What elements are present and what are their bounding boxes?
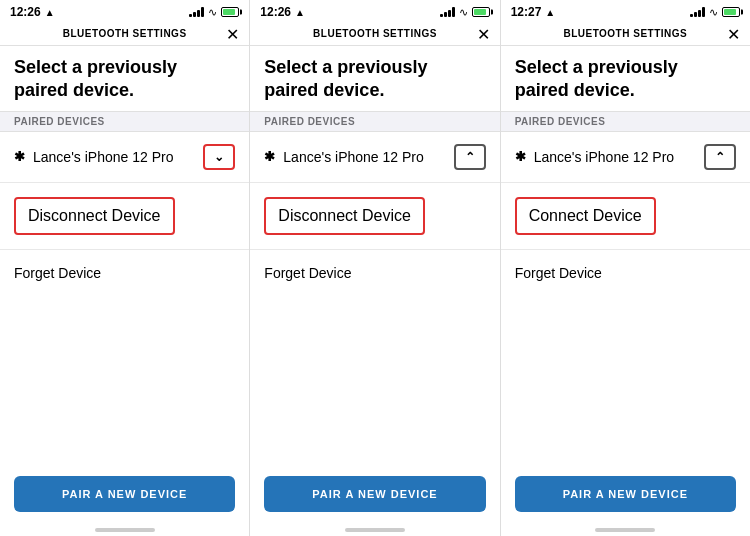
nav-bar: BLUETOOTH SETTINGS ✕ [0,22,249,46]
action-highlight-box: Connect Device [515,197,656,235]
battery-icon [221,7,239,17]
device-info: ✱ Lance's iPhone 12 Pro [264,149,423,165]
action-highlight-box: Disconnect Device [264,197,425,235]
wifi-icon: ∿ [709,6,718,19]
spacer [501,296,750,466]
status-time: 12:27 ▲ [511,5,556,19]
pair-new-device-button[interactable]: PAIR A NEW DEVICE [264,476,485,512]
page-title: Select a previously paired device. [250,46,499,111]
status-bar: 12:26 ▲ ∿ [0,0,249,22]
device-info: ✱ Lance's iPhone 12 Pro [515,149,674,165]
status-icons: ∿ [189,6,239,19]
device-row: ✱ Lance's iPhone 12 Pro ⌃ [501,132,750,183]
device-name: Lance's iPhone 12 Pro [534,149,674,165]
bottom-button-area: PAIR A NEW DEVICE [0,466,249,522]
spacer [0,296,249,466]
forget-device-row[interactable]: Forget Device [0,250,249,296]
section-header: PAIRED DEVICES [250,111,499,132]
chevron-up-icon: ⌃ [465,150,475,164]
signal-icon [440,7,455,17]
page-title: Select a previously paired device. [0,46,249,111]
signal-icon [690,7,705,17]
bluetooth-icon: ✱ [515,149,526,164]
chevron-button[interactable]: ⌄ [203,144,235,170]
nav-bar: BLUETOOTH SETTINGS ✕ [501,22,750,46]
device-info: ✱ Lance's iPhone 12 Pro [14,149,173,165]
section-header: PAIRED DEVICES [0,111,249,132]
close-icon[interactable]: ✕ [727,24,740,43]
device-name: Lance's iPhone 12 Pro [283,149,423,165]
wifi-icon: ∿ [459,6,468,19]
pair-new-device-button[interactable]: PAIR A NEW DEVICE [14,476,235,512]
phone-panel-3: 12:27 ▲ ∿ BLUETOOTH SETTINGS ✕ [501,0,750,536]
action-row[interactable]: Disconnect Device [0,183,249,250]
home-bar [95,528,155,532]
bluetooth-icon: ✱ [14,149,25,164]
battery-icon [472,7,490,17]
chevron-down-icon: ⌄ [214,150,224,164]
close-icon[interactable]: ✕ [226,24,239,43]
home-indicator [501,522,750,536]
phone-panel-2: 12:26 ▲ ∿ BLUETOOTH SETTINGS ✕ [250,0,500,536]
forget-device-row[interactable]: Forget Device [250,250,499,296]
pair-new-device-button[interactable]: PAIR A NEW DEVICE [515,476,736,512]
status-bar: 12:26 ▲ ∿ [250,0,499,22]
action-label: Disconnect Device [278,207,411,224]
signal-icon [189,7,204,17]
chevron-button[interactable]: ⌃ [454,144,486,170]
chevron-button[interactable]: ⌃ [704,144,736,170]
wifi-icon: ∿ [208,6,217,19]
bluetooth-icon: ✱ [264,149,275,164]
device-row: ✱ Lance's iPhone 12 Pro ⌃ [250,132,499,183]
nav-title: BLUETOOTH SETTINGS [563,28,687,39]
action-highlight-box: Disconnect Device [14,197,175,235]
action-row[interactable]: Disconnect Device [250,183,499,250]
nav-title: BLUETOOTH SETTINGS [63,28,187,39]
forget-label: Forget Device [515,265,602,281]
location-icon: ▲ [45,7,55,18]
location-icon: ▲ [545,7,555,18]
chevron-up-icon: ⌃ [715,150,725,164]
status-time: 12:26 ▲ [260,5,305,19]
status-bar: 12:27 ▲ ∿ [501,0,750,22]
bottom-button-area: PAIR A NEW DEVICE [250,466,499,522]
home-bar [345,528,405,532]
status-icons: ∿ [440,6,490,19]
phone-panel-1: 12:26 ▲ ∿ BLUETOOTH SETTINGS ✕ [0,0,250,536]
nav-bar: BLUETOOTH SETTINGS ✕ [250,22,499,46]
forget-device-row[interactable]: Forget Device [501,250,750,296]
nav-title: BLUETOOTH SETTINGS [313,28,437,39]
forget-label: Forget Device [264,265,351,281]
close-icon[interactable]: ✕ [477,24,490,43]
action-row[interactable]: Connect Device [501,183,750,250]
status-icons: ∿ [690,6,740,19]
device-row: ✱ Lance's iPhone 12 Pro ⌄ [0,132,249,183]
page-title: Select a previously paired device. [501,46,750,111]
home-bar [595,528,655,532]
location-icon: ▲ [295,7,305,18]
spacer [250,296,499,466]
home-indicator [0,522,249,536]
status-time: 12:26 ▲ [10,5,55,19]
device-name: Lance's iPhone 12 Pro [33,149,173,165]
section-header: PAIRED DEVICES [501,111,750,132]
forget-label: Forget Device [14,265,101,281]
action-label: Disconnect Device [28,207,161,224]
battery-icon [722,7,740,17]
bottom-button-area: PAIR A NEW DEVICE [501,466,750,522]
action-label: Connect Device [529,207,642,224]
home-indicator [250,522,499,536]
